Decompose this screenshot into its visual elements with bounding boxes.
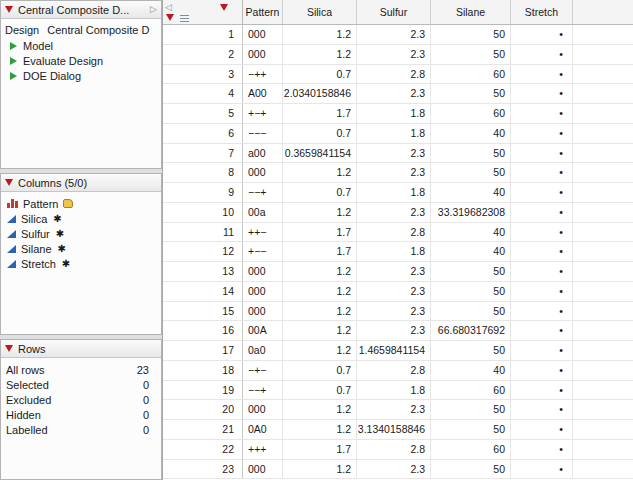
column-list-item[interactable]: Pattern: [1, 196, 161, 211]
cell-stretch[interactable]: •: [511, 420, 573, 439]
cell-stretch[interactable]: •: [511, 282, 573, 301]
cell-silica[interactable]: 0.7: [283, 361, 357, 380]
cell-pattern[interactable]: A00: [243, 84, 283, 103]
cell-pattern[interactable]: 000: [243, 282, 283, 301]
column-header-silica[interactable]: Silica: [283, 0, 357, 24]
cell-pattern[interactable]: +−+: [243, 104, 283, 123]
cell-sulfur[interactable]: 3.1340158846: [357, 420, 431, 439]
cell-silica[interactable]: 0.7: [283, 65, 357, 84]
cell-silica[interactable]: 0.7: [283, 183, 357, 202]
cell-silica[interactable]: 1.2: [283, 163, 357, 182]
cell-stretch[interactable]: •: [511, 400, 573, 419]
cell-silica[interactable]: 1.2: [283, 321, 357, 340]
row-number-cell[interactable]: 13: [163, 262, 243, 281]
columns-red-triangle-icon[interactable]: [220, 4, 228, 11]
cell-silane[interactable]: 50: [431, 341, 511, 360]
cell-stretch[interactable]: •: [511, 262, 573, 281]
cell-pattern[interactable]: 00A: [243, 321, 283, 340]
cell-pattern[interactable]: a00: [243, 144, 283, 163]
cell-silica[interactable]: 0.7: [283, 124, 357, 143]
cell-sulfur[interactable]: 1.8: [357, 242, 431, 261]
cell-sulfur[interactable]: 2.3: [357, 400, 431, 419]
row-number-cell[interactable]: 2: [163, 45, 243, 64]
row-number-cell[interactable]: 6: [163, 124, 243, 143]
cell-silica[interactable]: 1.7: [283, 223, 357, 242]
cell-silica[interactable]: 1.7: [283, 440, 357, 459]
cell-stretch[interactable]: •: [511, 45, 573, 64]
cell-stretch[interactable]: •: [511, 104, 573, 123]
cell-silane[interactable]: 50: [431, 262, 511, 281]
cell-stretch[interactable]: •: [511, 183, 573, 202]
cell-silica[interactable]: 1.2: [283, 302, 357, 321]
cell-silane[interactable]: 40: [431, 183, 511, 202]
cell-sulfur[interactable]: 1.8: [357, 124, 431, 143]
cell-silica[interactable]: 1.2: [283, 400, 357, 419]
cell-pattern[interactable]: 000: [243, 302, 283, 321]
cell-stretch[interactable]: •: [511, 381, 573, 400]
script-item[interactable]: Evaluate Design: [1, 53, 161, 68]
cell-stretch[interactable]: •: [511, 361, 573, 380]
cell-silane[interactable]: 50: [431, 45, 511, 64]
cell-pattern[interactable]: 00a: [243, 203, 283, 222]
cell-silica[interactable]: 2.0340158846: [283, 84, 357, 103]
cell-pattern[interactable]: 000: [243, 262, 283, 281]
row-number-cell[interactable]: 20: [163, 400, 243, 419]
cell-stretch[interactable]: •: [511, 84, 573, 103]
column-header-silane[interactable]: Silane: [431, 0, 511, 24]
cell-silica[interactable]: 1.7: [283, 242, 357, 261]
cell-sulfur[interactable]: 2.3: [357, 45, 431, 64]
cell-silane[interactable]: 50: [431, 302, 511, 321]
table-variable-row[interactable]: Design Central Composite D: [1, 23, 161, 38]
cell-pattern[interactable]: −+−: [243, 361, 283, 380]
cell-silane[interactable]: 50: [431, 84, 511, 103]
cell-silica[interactable]: 0.3659841154: [283, 144, 357, 163]
column-list-item[interactable]: Silane✱: [1, 241, 161, 256]
cell-sulfur[interactable]: 1.8: [357, 381, 431, 400]
column-list-item[interactable]: Silica✱: [1, 211, 161, 226]
cell-pattern[interactable]: 0A0: [243, 420, 283, 439]
cell-sulfur[interactable]: 1.8: [357, 183, 431, 202]
cell-silane[interactable]: 50: [431, 163, 511, 182]
row-number-cell[interactable]: 21: [163, 420, 243, 439]
cell-stretch[interactable]: •: [511, 460, 573, 479]
cell-stretch[interactable]: •: [511, 65, 573, 84]
script-item[interactable]: DOE Dialog: [1, 68, 161, 83]
cell-pattern[interactable]: ++−: [243, 223, 283, 242]
column-header-sulfur[interactable]: Sulfur: [357, 0, 431, 24]
cell-stretch[interactable]: •: [511, 203, 573, 222]
row-number-cell[interactable]: 4: [163, 84, 243, 103]
cell-pattern[interactable]: 000: [243, 400, 283, 419]
cell-stretch[interactable]: •: [511, 144, 573, 163]
cell-stretch[interactable]: •: [511, 163, 573, 182]
cell-sulfur[interactable]: 2.8: [357, 223, 431, 242]
cell-sulfur[interactable]: 2.3: [357, 321, 431, 340]
cell-silane[interactable]: 60: [431, 104, 511, 123]
cell-sulfur[interactable]: 2.8: [357, 440, 431, 459]
cell-silane[interactable]: 50: [431, 25, 511, 44]
cell-pattern[interactable]: −−+: [243, 183, 283, 202]
row-number-cell[interactable]: 22: [163, 440, 243, 459]
cell-silane[interactable]: 50: [431, 282, 511, 301]
cell-silane[interactable]: 66.680317692: [431, 321, 511, 340]
cell-silica[interactable]: 1.2: [283, 341, 357, 360]
cell-silane[interactable]: 40: [431, 124, 511, 143]
cell-sulfur[interactable]: 2.3: [357, 144, 431, 163]
red-triangle-menu-icon[interactable]: [5, 6, 13, 13]
cell-pattern[interactable]: 000: [243, 163, 283, 182]
cell-silane[interactable]: 40: [431, 361, 511, 380]
cell-pattern[interactable]: −++: [243, 65, 283, 84]
cell-silica[interactable]: 0.7: [283, 381, 357, 400]
script-item[interactable]: Model: [1, 38, 161, 53]
cell-silica[interactable]: 1.2: [283, 262, 357, 281]
cell-stretch[interactable]: •: [511, 341, 573, 360]
row-number-cell[interactable]: 18: [163, 361, 243, 380]
cell-stretch[interactable]: •: [511, 124, 573, 143]
cell-silica[interactable]: 1.2: [283, 203, 357, 222]
column-list-item[interactable]: Sulfur✱: [1, 226, 161, 241]
chevron-right-icon[interactable]: ▷: [150, 5, 157, 14]
cell-sulfur[interactable]: 2.8: [357, 361, 431, 380]
cell-sulfur[interactable]: 2.3: [357, 25, 431, 44]
row-number-cell[interactable]: 17: [163, 341, 243, 360]
cell-sulfur[interactable]: 2.3: [357, 262, 431, 281]
cell-pattern[interactable]: −−+: [243, 381, 283, 400]
